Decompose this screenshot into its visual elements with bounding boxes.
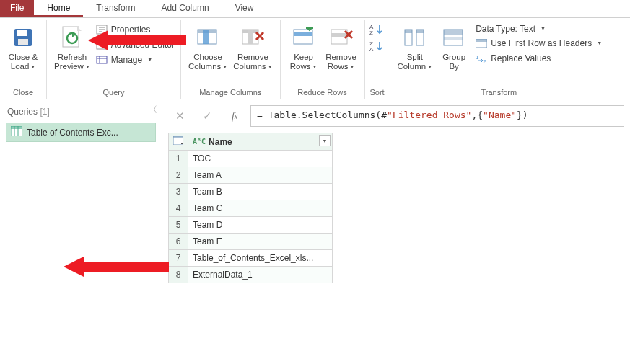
group-by-l1: Group bbox=[442, 53, 465, 61]
queries-label: Queries bbox=[7, 107, 38, 117]
replace-values-button[interactable]: 12 Replace Values bbox=[474, 52, 603, 65]
split-col-l2: Column bbox=[398, 62, 426, 71]
cell: Team B bbox=[188, 184, 333, 200]
choose-columns-button[interactable]: ChooseColumns▼ bbox=[185, 22, 230, 72]
main-pane: ✕ ✓ fx = Table.SelectColumns(#"Filtered … bbox=[162, 99, 630, 364]
properties-button[interactable]: Properties bbox=[95, 23, 176, 36]
accept-formula-button[interactable]: ✓ bbox=[196, 105, 219, 127]
group-close-label: Close bbox=[4, 86, 42, 99]
group-reduce-label: Reduce Rows bbox=[285, 86, 360, 99]
remove-rows-button[interactable]: RemoveRows▼ bbox=[323, 22, 360, 72]
properties-label: Properties bbox=[111, 25, 151, 35]
table-row[interactable]: 6Team E bbox=[169, 234, 333, 250]
remove-rows-l1: Remove bbox=[325, 53, 356, 61]
column-filter-button[interactable]: ▼ bbox=[319, 135, 331, 146]
group-query-label: Query bbox=[51, 86, 176, 99]
split-column-button[interactable]: SplitColumn▼ bbox=[395, 22, 436, 72]
fx-button[interactable]: fx bbox=[223, 105, 246, 127]
svg-rect-33 bbox=[444, 30, 463, 35]
table-row[interactable]: 1TOC bbox=[169, 151, 333, 167]
chevron-down-icon: ▼ bbox=[268, 62, 273, 71]
table-row[interactable]: 5Team D bbox=[169, 217, 333, 234]
column-name-label: Name bbox=[209, 137, 232, 147]
chevron-down-icon: ▼ bbox=[222, 62, 227, 71]
svg-rect-23 bbox=[331, 33, 347, 37]
table-row[interactable]: 3Team B bbox=[169, 184, 333, 200]
group-transform-label: Transform bbox=[395, 86, 604, 99]
remove-columns-icon bbox=[240, 23, 265, 52]
queries-count: [1] bbox=[40, 107, 49, 117]
cancel-formula-button[interactable]: ✕ bbox=[168, 105, 191, 127]
tab-home[interactable]: Home bbox=[34, 0, 83, 17]
column-header-name[interactable]: AᴮC Name ▼ bbox=[188, 133, 333, 151]
svg-rect-10 bbox=[97, 40, 107, 43]
table-header-icon bbox=[476, 37, 487, 49]
first-row-headers-button[interactable]: Use First Row as Headers▼ bbox=[474, 37, 603, 50]
chevron-down-icon: ▼ bbox=[427, 62, 432, 71]
table-icon bbox=[11, 126, 22, 138]
grid-header-row: AᴮC Name ▼ bbox=[169, 133, 333, 151]
cell: ExternalData_1 bbox=[188, 267, 333, 283]
tab-view[interactable]: View bbox=[222, 0, 267, 17]
group-by-icon bbox=[442, 23, 466, 52]
data-type-button[interactable]: Data Type: Text▼ bbox=[474, 23, 603, 35]
queries-pane: Queries [1] Table of Contents Exc... bbox=[0, 99, 162, 364]
table-row[interactable]: 4Team C bbox=[169, 200, 333, 217]
table-row[interactable]: 8ExternalData_1 bbox=[169, 267, 333, 283]
choose-columns-icon bbox=[196, 23, 220, 52]
svg-rect-30 bbox=[405, 30, 412, 33]
split-col-l1: Split bbox=[407, 53, 423, 61]
cell: Team A bbox=[188, 167, 333, 184]
row-index: 5 bbox=[169, 217, 188, 234]
svg-text:2: 2 bbox=[483, 58, 486, 63]
query-item[interactable]: Table of Contents Exc... bbox=[6, 123, 156, 142]
row-index: 6 bbox=[169, 234, 188, 250]
svg-text:1: 1 bbox=[476, 54, 479, 61]
cell: TOC bbox=[188, 151, 333, 167]
tab-transform[interactable]: Transform bbox=[83, 0, 148, 17]
table-row[interactable]: 2Team A bbox=[169, 167, 333, 184]
svg-rect-36 bbox=[476, 39, 487, 42]
group-by-l2: By bbox=[449, 62, 458, 71]
remove-cols-l1: Remove bbox=[237, 53, 268, 61]
keep-rows-l1: Keep bbox=[294, 53, 313, 61]
cell: Team E bbox=[188, 234, 333, 250]
chevron-down-icon: ▼ bbox=[349, 62, 354, 71]
refresh-l1: Refresh bbox=[58, 53, 87, 61]
grid-corner-button[interactable] bbox=[169, 133, 188, 151]
split-column-icon bbox=[403, 23, 427, 52]
table-row[interactable]: 7Table_of_Contents_Excel_xls... bbox=[169, 250, 333, 267]
row-index: 3 bbox=[169, 184, 188, 200]
keep-rows-icon bbox=[292, 23, 316, 52]
sort-asc-button[interactable]: AZ bbox=[369, 23, 385, 38]
svg-text:Z: Z bbox=[369, 30, 373, 36]
close-and-load-button[interactable]: Close &Load▼ bbox=[4, 22, 42, 72]
cell: Table_of_Contents_Excel_xls... bbox=[188, 250, 333, 267]
chevron-down-icon: ▼ bbox=[541, 26, 546, 31]
tab-file[interactable]: File bbox=[0, 0, 34, 17]
text-type-icon: AᴮC bbox=[193, 138, 206, 146]
manage-button[interactable]: Manage▼ bbox=[95, 53, 176, 66]
svg-rect-31 bbox=[416, 30, 424, 33]
formula-input[interactable]: = Table.SelectColumns(#"Filtered Rows",{… bbox=[250, 105, 624, 127]
remove-rows-l2: Rows bbox=[328, 62, 349, 71]
keep-rows-button[interactable]: KeepRows▼ bbox=[285, 22, 323, 72]
collapse-queries-button[interactable]: 〈 bbox=[149, 104, 157, 116]
advanced-editor-button[interactable]: Advanced Editor bbox=[95, 38, 176, 51]
group-sort: AZ ZA Sort bbox=[365, 20, 390, 99]
manage-label: Manage bbox=[111, 55, 142, 65]
tab-add-column[interactable]: Add Column bbox=[149, 0, 222, 17]
advanced-editor-label: Advanced Editor bbox=[111, 40, 175, 50]
refresh-preview-button[interactable]: RefreshPreview▼ bbox=[51, 22, 93, 72]
group-by-button[interactable]: GroupBy bbox=[435, 22, 473, 71]
group-manage-columns: ChooseColumns▼ RemoveColumns▼ Manage Col… bbox=[181, 20, 281, 99]
cell: Team D bbox=[188, 217, 333, 234]
sort-desc-button[interactable]: ZA bbox=[369, 40, 385, 55]
svg-rect-21 bbox=[294, 32, 312, 36]
refresh-icon bbox=[60, 23, 84, 52]
cell: Team C bbox=[188, 200, 333, 217]
chevron-down-icon: ▼ bbox=[312, 62, 317, 71]
chevron-down-icon: ▼ bbox=[85, 62, 90, 71]
remove-columns-button[interactable]: RemoveColumns▼ bbox=[230, 22, 275, 72]
manage-icon bbox=[96, 54, 108, 66]
